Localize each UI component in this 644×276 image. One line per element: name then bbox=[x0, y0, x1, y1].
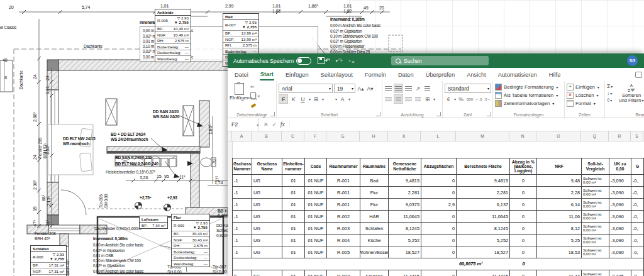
tab-ansicht[interactable]: Ansicht bbox=[466, 70, 487, 80]
font-size-select[interactable]: 19▾ bbox=[334, 84, 355, 93]
table-cell[interactable]: Flur bbox=[360, 199, 389, 211]
align-right-icon[interactable] bbox=[404, 95, 413, 103]
table-cell[interactable]: 2,281 bbox=[457, 187, 510, 199]
dialog-launcher-icon[interactable] bbox=[376, 112, 380, 116]
column-header-Q[interactable]: Q bbox=[581, 131, 609, 141]
column-header-R[interactable]: R bbox=[609, 131, 631, 141]
tab-überprüfen[interactable]: Überprüfen bbox=[425, 70, 456, 80]
table-cell[interactable]: 8,12 bbox=[537, 223, 582, 235]
table-cell[interactable]: 11,4415 bbox=[457, 270, 510, 276]
table-cell[interactable]: R-001 bbox=[327, 175, 360, 187]
sort-filter-button[interactable]: AZ Sortieren und Filtern▾ bbox=[619, 83, 644, 104]
align-bottom-icon[interactable] bbox=[404, 84, 413, 92]
table-cell[interactable]: 9,0375 bbox=[389, 199, 421, 211]
table-cell[interactable]: -3,090 bbox=[609, 246, 631, 258]
borders-icon[interactable]: ⊞ bbox=[312, 95, 320, 103]
orientation-icon[interactable]: ↗ bbox=[414, 84, 422, 92]
table-cell[interactable]: -3,090 bbox=[609, 175, 631, 187]
table-cell[interactable]: Sollwert ist 0,00 m² bbox=[582, 187, 609, 199]
table-cell[interactable]: UG bbox=[252, 175, 282, 187]
table-cell[interactable]: Sollwert ist 0,00 m² bbox=[582, 246, 609, 258]
conditional-formatting-button[interactable]: Bedingte Formatierung▾ bbox=[495, 83, 563, 91]
increase-decimal-icon[interactable]: ←.0 bbox=[475, 95, 482, 103]
font-color-icon[interactable]: A bbox=[338, 95, 347, 103]
table-cell[interactable]: 01 NUF bbox=[305, 175, 327, 187]
table-cell[interactable]: -1 bbox=[233, 223, 252, 235]
comments-icon[interactable] bbox=[635, 72, 642, 78]
table-cell[interactable]: Sollwert ist 0,00 m² bbox=[582, 199, 609, 211]
avatar[interactable]: SG bbox=[627, 55, 638, 66]
table-cell[interactable]: -0, bbox=[631, 211, 644, 223]
save-icon[interactable] bbox=[318, 57, 325, 64]
tab-seitenlayout[interactable]: Seitenlayout bbox=[320, 70, 353, 80]
table-cell[interactable]: 2,281 bbox=[389, 187, 421, 199]
column-header-H[interactable]: H bbox=[360, 131, 388, 141]
table-cell[interactable]: 0 bbox=[421, 235, 457, 246]
table-cell[interactable]: -3,090 bbox=[609, 187, 631, 199]
insert-cells-button[interactable]: + Einfügen▾ bbox=[567, 83, 603, 91]
table-cell[interactable]: 0 bbox=[510, 235, 537, 246]
table-cell[interactable]: Sollwert ist 0,00 m² bbox=[582, 211, 609, 223]
format-cells-button[interactable]: Format▾ bbox=[567, 99, 603, 108]
autosum-icon[interactable]: Σ▾ bbox=[607, 83, 617, 89]
table-cell[interactable]: 9,4815 bbox=[457, 175, 510, 187]
merge-center-icon[interactable]: ⊞ bbox=[423, 95, 431, 103]
table-cell[interactable]: Flur bbox=[360, 187, 389, 199]
table-cell[interactable]: 01 bbox=[282, 270, 305, 276]
table-cell[interactable]: -1 bbox=[233, 235, 252, 246]
copy-button[interactable]: ▾ bbox=[250, 92, 260, 99]
table-cell[interactable]: UG bbox=[252, 199, 282, 211]
table-cell[interactable]: 0 bbox=[510, 270, 537, 276]
column-header-C[interactable]: C bbox=[282, 131, 304, 141]
table-cell[interactable]: 2,28 bbox=[537, 187, 582, 199]
table-cell[interactable]: Sollwert ist 0,00 m² bbox=[582, 175, 609, 187]
tab-datei[interactable]: Datei bbox=[234, 70, 249, 80]
sheet-grid[interactable]: Gschoss NummerGeschoss NameEinheiten- nu… bbox=[228, 141, 644, 276]
table-cell[interactable]: 5,252 bbox=[457, 235, 510, 246]
table-cell[interactable]: 11,4415 bbox=[389, 270, 421, 276]
name-box[interactable]: F2 ▾ bbox=[228, 118, 259, 131]
table-cell[interactable]: 6,137 bbox=[457, 199, 510, 211]
column-header-S[interactable]: S bbox=[631, 131, 643, 141]
table-cell[interactable]: 0 bbox=[510, 246, 537, 258]
wrap-text-icon[interactable] bbox=[423, 84, 431, 92]
table-cell[interactable]: Sollwert ist 0,00 m² bbox=[582, 235, 609, 246]
column-header-K[interactable]: K bbox=[388, 131, 421, 141]
dialog-launcher-icon[interactable] bbox=[436, 112, 441, 116]
table-cell[interactable]: 9,48 bbox=[537, 175, 582, 187]
table-cell[interactable]: 11,0645 bbox=[389, 211, 421, 223]
search-input[interactable]: Suchen bbox=[391, 56, 489, 65]
redo-button[interactable]: ↷▾ bbox=[338, 58, 350, 64]
table-cell[interactable]: R-002 bbox=[327, 211, 360, 223]
table-cell[interactable]: Schlafen bbox=[360, 223, 389, 235]
percent-icon[interactable]: % bbox=[457, 95, 465, 103]
table-cell[interactable]: 01 NUF bbox=[305, 270, 327, 276]
table-cell[interactable]: R-001 bbox=[327, 187, 360, 199]
tab-hilfe[interactable]: Hilfe bbox=[548, 70, 562, 80]
table-cell[interactable]: 2,9 bbox=[421, 199, 457, 211]
table-cell[interactable]: -3,090 bbox=[609, 235, 631, 246]
table-cell[interactable]: Küche bbox=[360, 235, 389, 246]
column-header-N[interactable]: N bbox=[509, 131, 536, 141]
underline-button[interactable]: U bbox=[299, 95, 307, 103]
comma-style-icon[interactable]: 000 bbox=[466, 95, 474, 103]
align-center-icon[interactable] bbox=[394, 94, 403, 104]
table-cell[interactable]: UG bbox=[252, 235, 282, 246]
table-cell[interactable]: R-004 bbox=[327, 235, 360, 246]
delete-cells-button[interactable]: ✕ Löschen▾ bbox=[567, 91, 603, 99]
table-cell[interactable]: 0 bbox=[421, 223, 457, 235]
table-cell[interactable]: R-005 bbox=[327, 246, 360, 258]
table-cell[interactable]: -0, bbox=[631, 175, 644, 187]
table-cell[interactable]: 01 NUF bbox=[305, 211, 327, 223]
select-all-corner[interactable] bbox=[228, 131, 232, 141]
align-left-icon[interactable] bbox=[384, 95, 392, 103]
table-cell[interactable]: Eingang bbox=[360, 270, 389, 276]
table-cell[interactable]: 01 bbox=[282, 199, 305, 211]
column-header-F[interactable]: F bbox=[304, 131, 326, 141]
table-cell[interactable]: -0,245 bbox=[609, 270, 631, 276]
table-cell[interactable]: 9,4815 bbox=[389, 175, 421, 187]
table-cell[interactable]: Bad bbox=[360, 175, 389, 187]
tab-einfügen[interactable]: Einfügen bbox=[285, 70, 309, 80]
table-cell[interactable]: Sollwert ist 0,00 m² bbox=[582, 223, 609, 235]
table-cell[interactable]: 0 bbox=[510, 211, 537, 223]
